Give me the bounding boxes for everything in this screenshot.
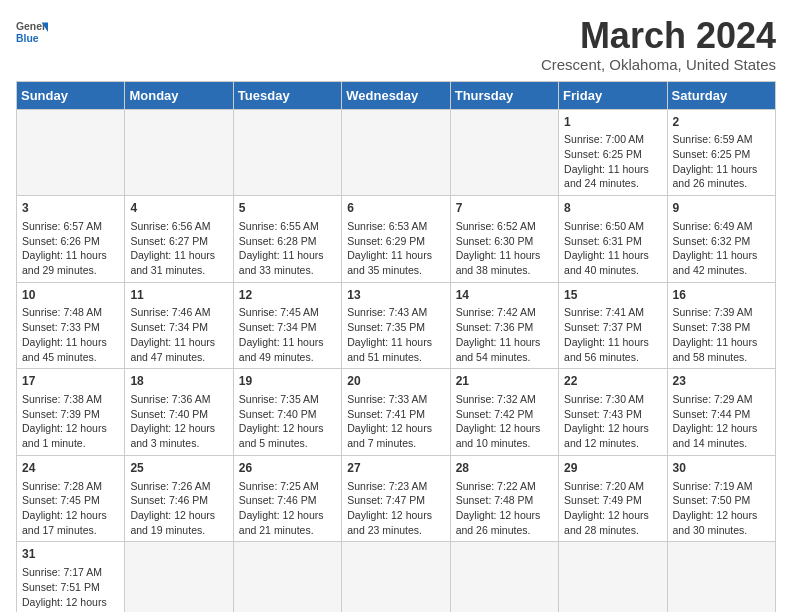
calendar-cell: 12Sunrise: 7:45 AM Sunset: 7:34 PM Dayli… [233, 282, 341, 369]
day-info: Sunrise: 6:53 AM Sunset: 6:29 PM Dayligh… [347, 220, 432, 276]
calendar-cell: 17Sunrise: 7:38 AM Sunset: 7:39 PM Dayli… [17, 369, 125, 456]
calendar-cell: 27Sunrise: 7:23 AM Sunset: 7:47 PM Dayli… [342, 455, 450, 542]
day-number: 15 [564, 287, 661, 304]
calendar-cell: 20Sunrise: 7:33 AM Sunset: 7:41 PM Dayli… [342, 369, 450, 456]
calendar-cell: 21Sunrise: 7:32 AM Sunset: 7:42 PM Dayli… [450, 369, 558, 456]
day-number: 29 [564, 460, 661, 477]
calendar-cell: 9Sunrise: 6:49 AM Sunset: 6:32 PM Daylig… [667, 196, 775, 283]
calendar-cell: 3Sunrise: 6:57 AM Sunset: 6:26 PM Daylig… [17, 196, 125, 283]
calendar-cell: 15Sunrise: 7:41 AM Sunset: 7:37 PM Dayli… [559, 282, 667, 369]
col-header-sunday: Sunday [17, 81, 125, 109]
calendar-cell [342, 109, 450, 196]
day-number: 16 [673, 287, 770, 304]
day-info: Sunrise: 7:46 AM Sunset: 7:34 PM Dayligh… [130, 306, 215, 362]
calendar-table: SundayMondayTuesdayWednesdayThursdayFrid… [16, 81, 776, 612]
calendar-cell [17, 109, 125, 196]
col-header-thursday: Thursday [450, 81, 558, 109]
day-number: 30 [673, 460, 770, 477]
col-header-saturday: Saturday [667, 81, 775, 109]
day-info: Sunrise: 7:23 AM Sunset: 7:47 PM Dayligh… [347, 480, 432, 536]
day-info: Sunrise: 7:35 AM Sunset: 7:40 PM Dayligh… [239, 393, 324, 449]
logo: General Blue [16, 16, 48, 48]
calendar-cell: 10Sunrise: 7:48 AM Sunset: 7:33 PM Dayli… [17, 282, 125, 369]
day-number: 28 [456, 460, 553, 477]
calendar-cell: 4Sunrise: 6:56 AM Sunset: 6:27 PM Daylig… [125, 196, 233, 283]
col-header-friday: Friday [559, 81, 667, 109]
day-info: Sunrise: 7:43 AM Sunset: 7:35 PM Dayligh… [347, 306, 432, 362]
calendar-cell [342, 542, 450, 612]
calendar-subtitle: Crescent, Oklahoma, United States [541, 56, 776, 73]
day-number: 2 [673, 114, 770, 131]
day-info: Sunrise: 7:00 AM Sunset: 6:25 PM Dayligh… [564, 133, 649, 189]
day-number: 13 [347, 287, 444, 304]
calendar-cell [125, 109, 233, 196]
day-info: Sunrise: 7:29 AM Sunset: 7:44 PM Dayligh… [673, 393, 758, 449]
day-number: 11 [130, 287, 227, 304]
col-header-tuesday: Tuesday [233, 81, 341, 109]
day-number: 10 [22, 287, 119, 304]
day-info: Sunrise: 6:56 AM Sunset: 6:27 PM Dayligh… [130, 220, 215, 276]
day-info: Sunrise: 7:38 AM Sunset: 7:39 PM Dayligh… [22, 393, 107, 449]
day-info: Sunrise: 6:55 AM Sunset: 6:28 PM Dayligh… [239, 220, 324, 276]
calendar-cell [450, 542, 558, 612]
day-number: 14 [456, 287, 553, 304]
calendar-cell: 6Sunrise: 6:53 AM Sunset: 6:29 PM Daylig… [342, 196, 450, 283]
day-info: Sunrise: 7:22 AM Sunset: 7:48 PM Dayligh… [456, 480, 541, 536]
calendar-cell [233, 109, 341, 196]
calendar-cell: 30Sunrise: 7:19 AM Sunset: 7:50 PM Dayli… [667, 455, 775, 542]
day-number: 3 [22, 200, 119, 217]
calendar-cell [559, 542, 667, 612]
calendar-cell: 26Sunrise: 7:25 AM Sunset: 7:46 PM Dayli… [233, 455, 341, 542]
calendar-cell: 14Sunrise: 7:42 AM Sunset: 7:36 PM Dayli… [450, 282, 558, 369]
day-number: 7 [456, 200, 553, 217]
calendar-cell: 23Sunrise: 7:29 AM Sunset: 7:44 PM Dayli… [667, 369, 775, 456]
day-number: 8 [564, 200, 661, 217]
day-number: 21 [456, 373, 553, 390]
day-number: 31 [22, 546, 119, 563]
day-number: 26 [239, 460, 336, 477]
day-info: Sunrise: 6:52 AM Sunset: 6:30 PM Dayligh… [456, 220, 541, 276]
day-number: 23 [673, 373, 770, 390]
day-info: Sunrise: 7:20 AM Sunset: 7:49 PM Dayligh… [564, 480, 649, 536]
calendar-cell: 28Sunrise: 7:22 AM Sunset: 7:48 PM Dayli… [450, 455, 558, 542]
day-info: Sunrise: 7:39 AM Sunset: 7:38 PM Dayligh… [673, 306, 758, 362]
logo-icon: General Blue [16, 16, 48, 48]
day-info: Sunrise: 7:28 AM Sunset: 7:45 PM Dayligh… [22, 480, 107, 536]
col-header-wednesday: Wednesday [342, 81, 450, 109]
calendar-cell: 5Sunrise: 6:55 AM Sunset: 6:28 PM Daylig… [233, 196, 341, 283]
calendar-cell: 16Sunrise: 7:39 AM Sunset: 7:38 PM Dayli… [667, 282, 775, 369]
day-info: Sunrise: 7:19 AM Sunset: 7:50 PM Dayligh… [673, 480, 758, 536]
calendar-cell: 11Sunrise: 7:46 AM Sunset: 7:34 PM Dayli… [125, 282, 233, 369]
day-info: Sunrise: 6:49 AM Sunset: 6:32 PM Dayligh… [673, 220, 758, 276]
day-number: 9 [673, 200, 770, 217]
day-info: Sunrise: 7:26 AM Sunset: 7:46 PM Dayligh… [130, 480, 215, 536]
day-info: Sunrise: 7:42 AM Sunset: 7:36 PM Dayligh… [456, 306, 541, 362]
calendar-cell: 18Sunrise: 7:36 AM Sunset: 7:40 PM Dayli… [125, 369, 233, 456]
calendar-cell: 2Sunrise: 6:59 AM Sunset: 6:25 PM Daylig… [667, 109, 775, 196]
day-number: 25 [130, 460, 227, 477]
day-number: 6 [347, 200, 444, 217]
day-info: Sunrise: 7:36 AM Sunset: 7:40 PM Dayligh… [130, 393, 215, 449]
day-info: Sunrise: 6:50 AM Sunset: 6:31 PM Dayligh… [564, 220, 649, 276]
calendar-title: March 2024 [541, 16, 776, 56]
calendar-cell: 29Sunrise: 7:20 AM Sunset: 7:49 PM Dayli… [559, 455, 667, 542]
header: General Blue March 2024 Crescent, Oklaho… [16, 16, 776, 73]
calendar-cell: 22Sunrise: 7:30 AM Sunset: 7:43 PM Dayli… [559, 369, 667, 456]
calendar-cell [125, 542, 233, 612]
calendar-cell: 1Sunrise: 7:00 AM Sunset: 6:25 PM Daylig… [559, 109, 667, 196]
day-info: Sunrise: 7:33 AM Sunset: 7:41 PM Dayligh… [347, 393, 432, 449]
day-number: 19 [239, 373, 336, 390]
calendar-cell: 24Sunrise: 7:28 AM Sunset: 7:45 PM Dayli… [17, 455, 125, 542]
day-info: Sunrise: 7:25 AM Sunset: 7:46 PM Dayligh… [239, 480, 324, 536]
day-info: Sunrise: 7:45 AM Sunset: 7:34 PM Dayligh… [239, 306, 324, 362]
day-number: 4 [130, 200, 227, 217]
calendar-cell: 7Sunrise: 6:52 AM Sunset: 6:30 PM Daylig… [450, 196, 558, 283]
day-number: 20 [347, 373, 444, 390]
day-info: Sunrise: 6:59 AM Sunset: 6:25 PM Dayligh… [673, 133, 758, 189]
calendar-cell: 19Sunrise: 7:35 AM Sunset: 7:40 PM Dayli… [233, 369, 341, 456]
col-header-monday: Monday [125, 81, 233, 109]
day-number: 5 [239, 200, 336, 217]
svg-text:Blue: Blue [16, 33, 39, 44]
day-info: Sunrise: 7:32 AM Sunset: 7:42 PM Dayligh… [456, 393, 541, 449]
day-number: 24 [22, 460, 119, 477]
